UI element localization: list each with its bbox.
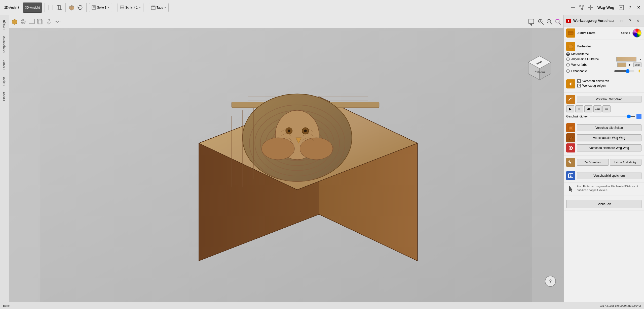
grid-icon[interactable]	[587, 4, 594, 11]
orientation-cube[interactable]: TOP FRONT LEFT	[526, 53, 553, 81]
node-icon[interactable]	[578, 4, 585, 11]
svg-marker-40	[530, 24, 532, 26]
vorschau-sichtbare-button[interactable]: Vorschau sichtbare Wzg-Weg	[577, 144, 641, 151]
vorschau-wzg-button[interactable]: Vorschau Wzg-Weg	[577, 96, 641, 103]
radio-materialfarbe[interactable]	[566, 52, 570, 56]
svg-line-43	[542, 22, 544, 24]
vorschau-animieren-row[interactable]: Vorschau animieren	[577, 79, 641, 83]
anchor-icon[interactable]	[45, 18, 52, 25]
schliessen-button[interactable]: Schließen	[566, 200, 641, 208]
separator-5	[146, 3, 146, 12]
lithophanie-slider[interactable]	[614, 70, 634, 72]
help-button[interactable]: ?	[545, 276, 556, 287]
letzte-button[interactable]: Letzte Änd. rückg.	[610, 159, 642, 166]
rotate-icon[interactable]	[77, 4, 84, 11]
materialfarbe-label: Materialfarbe	[571, 52, 589, 56]
help-header-icon[interactable]: ?	[626, 4, 633, 11]
separator-1	[45, 3, 45, 12]
radio-lithophanie-row[interactable]: Lithophanie ☀	[566, 68, 641, 74]
viewport-3d[interactable]: TOP FRONT LEFT ?	[9, 28, 563, 302]
radio-fullfarbe[interactable]	[566, 57, 570, 61]
sidebar-item-blatter[interactable]: Blätter	[1, 89, 8, 104]
werkzeug-zeigen-label: Werkzeug zeigen	[582, 84, 606, 87]
sidebar-item-clipart[interactable]: Clipart	[1, 74, 8, 89]
aktive-platte-section: Aktive Platte: Seite 1	[564, 26, 644, 40]
speed-indicator	[636, 114, 641, 119]
end-button[interactable]: ⏮	[602, 105, 611, 112]
view-drop-icon[interactable]	[527, 17, 536, 26]
alle-button[interactable]: Alle	[633, 63, 641, 67]
panel-close-icon[interactable]: ✕	[634, 17, 641, 24]
panel-help-icon[interactable]: ?	[626, 17, 633, 24]
vorschau-animieren-label: Vorschau animieren	[582, 79, 609, 83]
box-icon[interactable]	[68, 4, 75, 11]
radio-lithophanie[interactable]	[566, 69, 570, 73]
svg-point-38	[48, 19, 50, 21]
view-2d-button[interactable]: 2D-Ansicht	[2, 3, 21, 13]
radio-fullfarbe-row[interactable]: Allgemeine Füllfarbe ▼	[566, 57, 641, 61]
sichtbare-wzg-icon	[566, 143, 575, 152]
secondary-toolbar	[9, 15, 563, 28]
radio-werkzfarbe-row[interactable]: Werkz.farbe ▼ Alle	[566, 63, 641, 67]
single-sheet-icon[interactable]	[47, 4, 54, 11]
vorschau-alle-seiten-button[interactable]: Vorschau alle Seiten	[577, 124, 641, 131]
fullfarbe-swatch[interactable]	[616, 57, 636, 61]
zoom-fit-icon[interactable]	[537, 18, 544, 25]
sidebar-item-design[interactable]: Design	[1, 17, 8, 33]
werkzfarbe-color[interactable]	[617, 63, 626, 67]
werkzeug-zeigen-row[interactable]: Werkzeug zeigen	[577, 84, 641, 87]
cube-wire-icon[interactable]	[37, 18, 44, 25]
panel-header: ▶ Werkzeugweg-Vorschau ⊡ ? ✕	[564, 15, 644, 26]
double-sheet-icon[interactable]	[56, 4, 63, 11]
seite-dropdown[interactable]: Seite 1 ▼	[89, 3, 112, 12]
zuruck-button[interactable]: Zurücksetzen	[577, 159, 609, 166]
vorschau-animieren-checkbox[interactable]	[577, 79, 581, 83]
schicht-dropdown[interactable]: Schicht 1 ▼	[118, 3, 143, 12]
paint-icon[interactable]	[28, 18, 35, 25]
status-bar: Bereit X(17.5175) Y(0.0000) Z(32.8040)	[0, 302, 644, 309]
fullfarbe-label: Allgemeine Füllfarbe	[571, 57, 599, 61]
svg-rect-23	[591, 8, 593, 10]
panel-restore-icon[interactable]: ⊡	[618, 17, 625, 24]
next-frame-button[interactable]: ⏭	[584, 105, 592, 112]
svg-rect-95	[569, 127, 572, 129]
info-cursor-icon	[566, 184, 575, 194]
select-icon[interactable]	[20, 18, 27, 25]
separator-3	[86, 3, 87, 12]
vorschaubild-button[interactable]: Vorschaubild speichern	[577, 172, 641, 179]
animieren-section: Vorschau animieren Werkzeug zeigen	[564, 77, 644, 93]
close-header-icon[interactable]: ✕	[635, 4, 642, 11]
svg-rect-31	[29, 19, 35, 23]
pause-button[interactable]: ⏸	[575, 105, 583, 112]
radio-materialfarbe-row[interactable]: Materialfarbe	[566, 52, 641, 56]
svg-rect-8	[120, 8, 124, 9]
box3d-icon[interactable]	[11, 18, 18, 25]
tabs-arrow: ▼	[164, 6, 166, 9]
tabs-label: Tabs	[157, 6, 163, 9]
radio-werkzfarbe[interactable]	[566, 63, 570, 67]
aktive-platte-label: Aktive Platte:	[577, 31, 596, 35]
main-area: Design Komponente Ebenen Clipart Blätter	[0, 15, 644, 302]
play-button[interactable]: ▶	[566, 105, 574, 112]
app-title: Wzg-Weg	[595, 5, 616, 10]
main-toolbar: 2D-Ansicht 3D-Ansicht Seite 1 ▼ Schicht …	[0, 0, 644, 15]
playback-controls: ▶ ⏸ ⏭ ⏭⏭ ⏮	[566, 105, 641, 112]
wave-icon[interactable]	[54, 18, 61, 25]
tabs-dropdown[interactable]: Tabs ▼	[149, 3, 169, 12]
view-3d-button[interactable]: 3D-Ansicht	[23, 3, 42, 13]
last-frame-button[interactable]: ⏭⏭	[593, 105, 601, 112]
speed-row: Geschwindigkeit	[566, 114, 641, 119]
zoom-out-icon[interactable]	[546, 18, 553, 25]
sidebar-item-komponente[interactable]: Komponente	[1, 33, 8, 56]
speed-slider[interactable]	[590, 116, 635, 117]
align-icon[interactable]	[570, 4, 577, 11]
werkzeug-zeigen-checkbox[interactable]	[577, 84, 581, 87]
sidebar-item-ebenen[interactable]: Ebenen	[1, 57, 8, 73]
zoom-window-icon[interactable]	[554, 18, 561, 25]
werkzfarbe-arrow[interactable]: ▼	[628, 64, 631, 66]
fullfarbe-arrow[interactable]: ▼	[639, 58, 641, 61]
minimize-icon[interactable]	[618, 4, 625, 11]
vorschau-alle-wzg-button[interactable]: Vorschau alle Wzg-Weg	[577, 134, 641, 141]
color-wheel[interactable]	[632, 28, 641, 38]
seite-arrow: ▼	[107, 6, 110, 9]
